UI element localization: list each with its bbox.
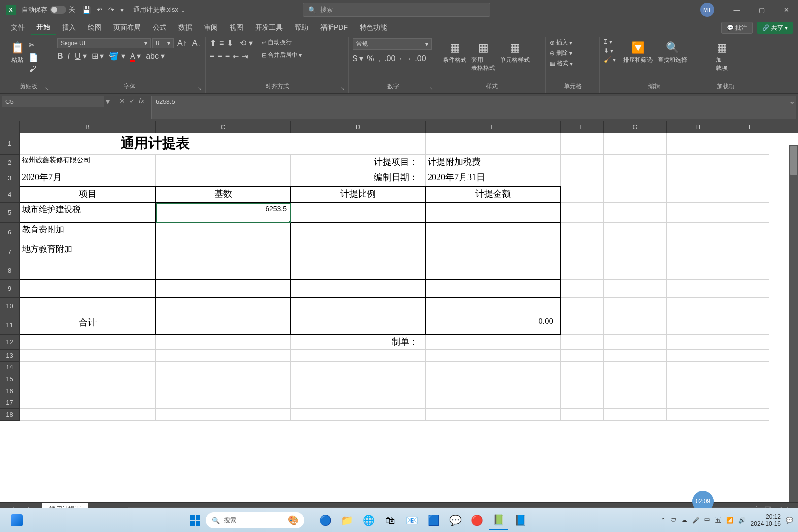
comments-button[interactable]: 💬 批注 bbox=[721, 22, 753, 34]
clipboard-launcher-icon[interactable]: ↘ bbox=[45, 86, 49, 91]
indent-dec-icon[interactable]: ⇤ bbox=[233, 52, 239, 61]
row-header-12[interactable]: 12 bbox=[0, 335, 20, 350]
currency-icon[interactable]: $ ▾ bbox=[353, 54, 363, 63]
row-header-18[interactable]: 18 bbox=[0, 409, 20, 421]
col-header-f[interactable]: F bbox=[561, 121, 604, 133]
tab-file[interactable]: 文件 bbox=[5, 20, 31, 35]
tab-insert[interactable]: 插入 bbox=[56, 20, 82, 35]
phonetic-icon[interactable]: abc ▾ bbox=[146, 51, 165, 61]
tray-wifi-icon[interactable]: 📶 bbox=[726, 517, 733, 524]
align-bottom-icon[interactable]: ⬇ bbox=[227, 38, 233, 48]
col-header-e[interactable]: E bbox=[426, 121, 561, 133]
col-header-i[interactable]: I bbox=[730, 121, 769, 133]
font-size-combo[interactable]: 8▾ bbox=[152, 38, 174, 48]
autosum-icon[interactable]: Σ ▾ bbox=[604, 38, 616, 45]
tab-view[interactable]: 视图 bbox=[224, 20, 249, 35]
col-header-d[interactable]: D bbox=[291, 121, 426, 133]
row-header-4[interactable]: 4 bbox=[0, 186, 20, 203]
cell-project-value[interactable]: 计提附加税费 bbox=[426, 155, 561, 170]
tab-special[interactable]: 特色功能 bbox=[354, 20, 393, 35]
row-header-13[interactable]: 13 bbox=[0, 350, 20, 362]
col-header-b[interactable]: B bbox=[20, 121, 156, 133]
name-box[interactable]: ▾ bbox=[0, 94, 113, 121]
tray-sound-icon[interactable]: 🔊 bbox=[738, 517, 746, 524]
taskbar-app-excel[interactable]: 📗 bbox=[489, 510, 508, 530]
cell-company[interactable]: 福州诚鑫装修有限公司 bbox=[20, 155, 156, 170]
align-left-icon[interactable]: ≡ bbox=[210, 52, 214, 61]
col-header-c[interactable]: C bbox=[156, 121, 291, 133]
format-cells-button[interactable]: ▦ 格式 ▾ bbox=[550, 59, 573, 67]
maximize-button[interactable]: ▢ bbox=[750, 0, 773, 20]
tray-notifications-icon[interactable]: 💬 bbox=[786, 517, 793, 524]
taskbar-search[interactable]: 🔍 搜索 🎨 bbox=[206, 512, 304, 528]
taskbar-app-copilot[interactable]: 🔵 bbox=[315, 510, 335, 530]
name-box-input[interactable] bbox=[2, 96, 104, 107]
align-right-icon[interactable]: ≡ bbox=[225, 52, 230, 61]
fx-icon[interactable]: fx bbox=[139, 97, 144, 105]
wrap-text-button[interactable]: ↩ 自动换行 bbox=[262, 38, 302, 47]
decrease-font-icon[interactable]: A↓ bbox=[190, 39, 203, 48]
tab-review[interactable]: 审阅 bbox=[198, 20, 224, 35]
vscroll-thumb[interactable] bbox=[790, 146, 797, 175]
search-box[interactable]: 🔍 搜索 bbox=[303, 3, 490, 17]
grid-body[interactable]: 1 通用计提表 2 福州诚鑫装修有限公司 计提项目： 计提附加税费 3 2020… bbox=[0, 133, 798, 515]
tray-ime2[interactable]: 五 bbox=[715, 516, 721, 525]
percent-icon[interactable]: % bbox=[367, 54, 374, 63]
tab-help[interactable]: 帮助 bbox=[289, 20, 314, 35]
tray-chevron-icon[interactable]: ⌃ bbox=[661, 517, 665, 524]
align-top-icon[interactable]: ⬆ bbox=[210, 38, 216, 48]
cell-item-3[interactable]: 地方教育附加 bbox=[20, 242, 156, 262]
cell-date-value[interactable]: 2020年7月31日 bbox=[426, 170, 561, 186]
tray-shield-icon[interactable]: 🛡 bbox=[670, 517, 676, 524]
align-launcher-icon[interactable]: ↘ bbox=[340, 86, 344, 91]
cell-total-amount[interactable]: 0.00 bbox=[426, 315, 561, 335]
comma-icon[interactable]: , bbox=[378, 54, 380, 63]
table-format-button[interactable]: ▦套用 表格格式 bbox=[470, 38, 497, 74]
row-header-5[interactable]: 5 bbox=[0, 203, 20, 223]
taskbar-app-wechat[interactable]: 💬 bbox=[445, 510, 465, 530]
cell-maker-label[interactable]: 制单： bbox=[291, 335, 426, 350]
indent-inc-icon[interactable]: ⇥ bbox=[242, 52, 248, 61]
taskbar-app-app2[interactable]: 📘 bbox=[510, 510, 530, 530]
inc-decimal-icon[interactable]: .00→ bbox=[384, 54, 403, 63]
row-header-2[interactable]: 2 bbox=[0, 155, 20, 170]
row-header-16[interactable]: 16 bbox=[0, 385, 20, 397]
user-avatar[interactable]: MT bbox=[700, 3, 714, 17]
filename[interactable]: 通用计提表.xlsx bbox=[133, 5, 178, 14]
col-header-g[interactable]: G bbox=[604, 121, 667, 133]
cut-icon[interactable]: ✂ bbox=[29, 40, 38, 50]
row-header-9[interactable]: 9 bbox=[0, 280, 20, 298]
toggle-switch[interactable] bbox=[50, 6, 66, 14]
row-header-10[interactable]: 10 bbox=[0, 298, 20, 315]
row-header-6[interactable]: 6 bbox=[0, 223, 20, 242]
name-box-dropdown-icon[interactable]: ▾ bbox=[104, 96, 111, 108]
bold-icon[interactable]: B bbox=[57, 52, 63, 61]
col-header-h[interactable]: H bbox=[667, 121, 730, 133]
find-select-button[interactable]: 🔍查找和选择 bbox=[656, 38, 689, 66]
cell-style-button[interactable]: ▦单元格样式 bbox=[499, 38, 531, 66]
row-header-17[interactable]: 17 bbox=[0, 397, 20, 409]
tab-foxit[interactable]: 福昕PDF bbox=[314, 20, 354, 35]
start-button[interactable] bbox=[187, 512, 203, 528]
cell-hdr-amount[interactable]: 计提金额 bbox=[426, 186, 561, 203]
increase-font-icon[interactable]: A↑ bbox=[175, 39, 189, 48]
taskbar-app-explorer[interactable]: 📁 bbox=[337, 510, 357, 530]
redo-icon[interactable]: ↷ bbox=[108, 6, 114, 14]
cell-hdr-ratio[interactable]: 计提比例 bbox=[291, 186, 426, 203]
clear-icon[interactable]: 🧹 ▾ bbox=[604, 56, 616, 63]
orientation-icon[interactable]: ⟲ ▾ bbox=[240, 38, 252, 48]
formula-input[interactable]: 6253.5 bbox=[151, 96, 796, 119]
taskbar-app-store[interactable]: 🛍 bbox=[380, 510, 400, 530]
italic-icon[interactable]: I bbox=[68, 52, 70, 61]
accept-formula-icon[interactable]: ✓ bbox=[129, 97, 135, 105]
tab-draw[interactable]: 绘图 bbox=[82, 20, 107, 35]
row-header-7[interactable]: 7 bbox=[0, 242, 20, 262]
tray-cloud-icon[interactable]: ☁ bbox=[681, 517, 687, 524]
merge-button[interactable]: ⊟ 合并后居中 ▾ bbox=[262, 51, 302, 59]
tray-clock[interactable]: 20:12 2024-10-16 bbox=[751, 513, 781, 528]
copy-icon[interactable]: 📄 bbox=[29, 53, 38, 62]
addins-button[interactable]: ▦加 载项 bbox=[712, 38, 731, 74]
underline-icon[interactable]: U ▾ bbox=[75, 51, 87, 61]
widgets-button[interactable] bbox=[9, 512, 25, 528]
taskbar-app-app1[interactable]: 🟦 bbox=[424, 510, 443, 530]
